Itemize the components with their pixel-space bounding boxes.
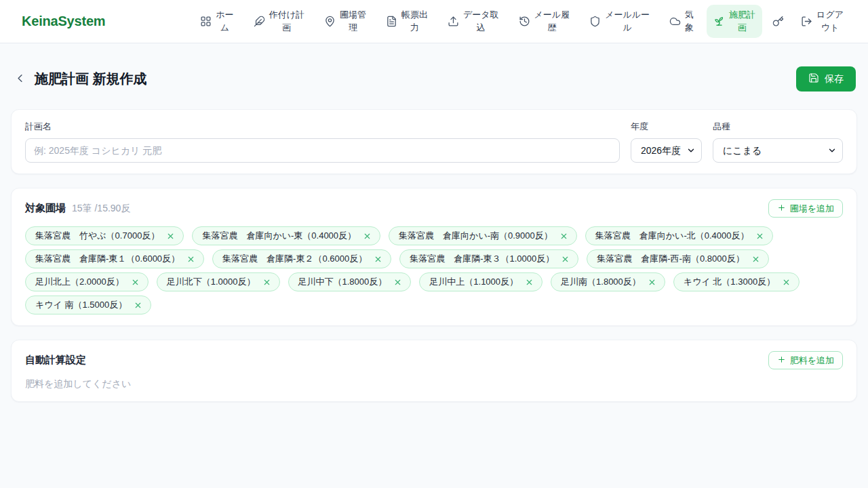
- add-field-button-label: 圃場を追加: [790, 203, 834, 215]
- nav-item-mail-history[interactable]: メール履 歴: [512, 5, 577, 37]
- add-fertilizer-button-label: 肥料を追加: [790, 354, 834, 367]
- field-chip: 足川中上（1.1000反）: [419, 272, 542, 291]
- field-chip: キウイ 北（1.3000反）: [673, 272, 800, 291]
- map-pin-icon: [324, 16, 336, 27]
- nav-menu: ホー ム作付け計 画圃場管 理帳票出 力データ取 込メール履 歴メールルー ル気…: [193, 5, 850, 37]
- page-title: 施肥計画 新規作成: [35, 70, 147, 88]
- target-fields-card: 対象圃場 15筆 /15.90反 圃場を追加 集落宮農 竹やぶ（0.7000反）…: [11, 188, 857, 326]
- plan-form-card: 計画名 年度 2026年度 品種 にこまる: [11, 109, 857, 174]
- main-content: 施肥計画 新規作成 保存 計画名 年度 2026年度 品種: [0, 66, 868, 402]
- nav-item-data-import[interactable]: データ取 込: [441, 5, 506, 37]
- plan-name-input[interactable]: [25, 138, 620, 163]
- field-chip-label: キウイ 北（1.3000反）: [684, 276, 775, 288]
- chip-remove-button[interactable]: [782, 278, 791, 287]
- feather-icon: [254, 16, 265, 27]
- auto-calc-title: 自動計算設定: [25, 354, 86, 367]
- nav-item-label: メール履 歴: [534, 9, 570, 33]
- variety-group: 品種 にこまる: [713, 121, 843, 163]
- year-label: 年度: [631, 121, 702, 133]
- field-chip: 足川北下（1.0000反）: [157, 272, 280, 291]
- field-chip-label: 足川中上（1.1000反）: [429, 276, 518, 288]
- field-chip: 集落宮農 倉庫隣-東３（1.0000反）: [399, 249, 578, 268]
- add-fertilizer-button[interactable]: 肥料を追加: [768, 351, 843, 369]
- nav-item-cropping-plan[interactable]: 作付け計 画: [247, 5, 311, 37]
- nav-item-label: 施肥計 画: [729, 9, 755, 33]
- back-button[interactable]: [12, 70, 28, 88]
- chip-remove-button[interactable]: [374, 255, 382, 264]
- field-chip: 足川中下（1.8000反）: [288, 272, 412, 291]
- nav-item-mail-rules[interactable]: メールルー ル: [583, 5, 656, 37]
- add-field-button[interactable]: 圃場を追加: [768, 199, 843, 218]
- plan-name-group: 計画名: [25, 121, 620, 163]
- cloud-icon: [669, 16, 681, 27]
- nav-item-label: データ取 込: [463, 9, 499, 33]
- save-button[interactable]: 保存: [796, 66, 856, 92]
- field-chip-label: 集落宮農 倉庫向かい-南（0.9000反）: [399, 230, 553, 242]
- chip-remove-button[interactable]: [559, 232, 568, 241]
- upload-icon: [448, 16, 459, 27]
- field-chip: 集落宮農 竹やぶ（0.7000反）: [25, 226, 184, 245]
- nav-item-logout[interactable]: ログア ウト: [794, 5, 850, 37]
- field-chip-label: 集落宮農 倉庫隣-西-南（0.8000反）: [597, 253, 744, 265]
- chip-remove-button[interactable]: [134, 301, 142, 310]
- field-chip-label: 集落宮農 倉庫隣-東３（1.0000反）: [410, 253, 554, 265]
- shield-icon: [589, 16, 601, 27]
- target-fields-title: 対象圃場: [25, 202, 66, 215]
- chip-remove-button[interactable]: [363, 232, 372, 241]
- chip-remove-button[interactable]: [751, 255, 760, 264]
- save-icon: [808, 73, 819, 85]
- chip-remove-button[interactable]: [131, 278, 140, 287]
- field-chip: 集落宮農 倉庫隣-東１（0.6000反）: [25, 249, 204, 268]
- plus-icon: [777, 203, 786, 214]
- field-chip: 足川南（1.8000反）: [551, 272, 665, 291]
- chevron-left-icon: [14, 72, 26, 87]
- field-chip: キウイ 南（1.5000反）: [25, 296, 151, 314]
- nav-item-fertilization-plan[interactable]: 施肥計 画: [707, 5, 762, 37]
- top-navigation-bar: KeinaSystem ホー ム作付け計 画圃場管 理帳票出 力データ取 込メー…: [0, 0, 868, 43]
- field-chip: 集落宮農 倉庫隣-東２（0.6000反）: [212, 249, 391, 268]
- brand-logo: KeinaSystem: [22, 14, 105, 29]
- field-chip-label: 集落宮農 倉庫向かい-北（0.4000反）: [595, 230, 749, 242]
- nav-item-key[interactable]: [768, 12, 788, 31]
- field-chip-label: 足川中下（1.8000反）: [298, 276, 387, 288]
- nav-item-label: 帳票出 力: [401, 9, 428, 33]
- field-chip-label: 集落宮農 竹やぶ（0.7000反）: [35, 230, 159, 242]
- chip-remove-button[interactable]: [755, 232, 764, 241]
- year-select[interactable]: 2026年度: [631, 138, 702, 163]
- field-chip-label: 集落宮農 倉庫隣-東１（0.6000反）: [35, 253, 180, 265]
- chip-remove-button[interactable]: [262, 278, 271, 287]
- field-chip-label: 足川北下（1.0000反）: [167, 276, 256, 288]
- nav-item-label: 作付け計 画: [269, 9, 304, 33]
- field-chip-label: キウイ 南（1.5000反）: [35, 299, 127, 311]
- chip-remove-button[interactable]: [393, 278, 402, 287]
- target-fields-summary: 15筆 /15.90反: [72, 203, 130, 215]
- history-icon: [519, 16, 530, 27]
- document-icon: [386, 16, 397, 27]
- chip-remove-button[interactable]: [648, 278, 656, 287]
- chip-remove-button[interactable]: [186, 255, 195, 264]
- page-header: 施肥計画 新規作成 保存: [11, 66, 857, 92]
- field-chip: 集落宮農 倉庫隣-西-南（0.8000反）: [587, 249, 768, 268]
- nav-item-label: ホー ム: [216, 9, 233, 33]
- nav-item-report-output[interactable]: 帳票出 力: [379, 5, 435, 37]
- year-group: 年度 2026年度: [631, 121, 702, 163]
- nav-item-label: メールルー ル: [605, 9, 650, 33]
- field-chip-label: 集落宮農 倉庫隣-東２（0.6000反）: [222, 253, 367, 265]
- key-icon: [772, 16, 784, 27]
- nav-item-field-management[interactable]: 圃場管 理: [317, 5, 373, 37]
- variety-select[interactable]: にこまる: [713, 138, 843, 163]
- auto-calc-empty-message: 肥料を追加してください: [25, 378, 843, 390]
- field-chip-label: 足川北上（2.0000反）: [35, 276, 124, 288]
- nav-item-home[interactable]: ホー ム: [193, 5, 240, 37]
- field-chip: 集落宮農 倉庫向かい-東（0.4000反）: [192, 226, 380, 245]
- auto-calc-card: 自動計算設定 肥料を追加 肥料を追加してください: [11, 340, 857, 402]
- field-chip-label: 足川南（1.8000反）: [561, 276, 641, 288]
- chip-remove-button[interactable]: [525, 278, 534, 287]
- nav-item-weather[interactable]: 気 象: [663, 5, 701, 37]
- grid-icon: [200, 16, 212, 27]
- field-chip-list: 集落宮農 竹やぶ（0.7000反）集落宮農 倉庫向かい-東（0.4000反）集落…: [25, 226, 843, 314]
- chip-remove-button[interactable]: [166, 232, 175, 241]
- field-chip: 足川北上（2.0000反）: [25, 272, 149, 291]
- chip-remove-button[interactable]: [561, 255, 570, 264]
- plus-icon: [777, 355, 786, 366]
